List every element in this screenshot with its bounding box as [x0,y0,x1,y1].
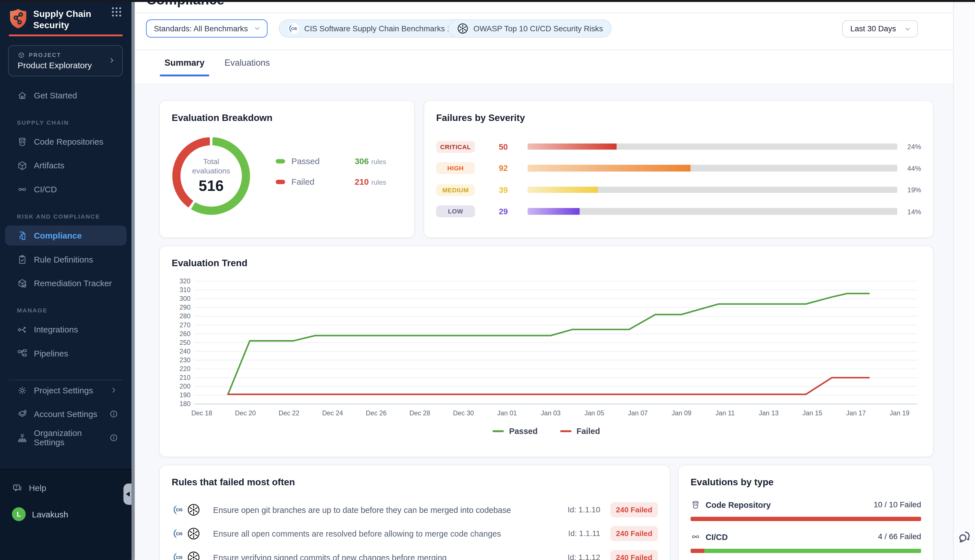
right-gutter [953,0,975,560]
sidebar-item-integrations[interactable]: Integrations [5,320,127,340]
nav-section-label: MANAGE [17,307,132,315]
app-logo-row: Supply Chain Security [9,8,123,31]
rule-benchmark-icons: CIS [172,527,204,540]
type-header: CI/CD4 / 66 Failed [691,530,921,543]
type-header: Code Repository10 / 10 Failed [691,498,921,512]
rule-text: Ensure open git branches are up to date … [213,505,511,514]
project-selector[interactable]: PROJECT Product Exploratory [8,45,123,77]
rule-text: Ensure verifying signed commits of new c… [213,553,447,560]
sidebar-item-compliance[interactable]: Compliance [5,226,127,246]
svg-text:250: 250 [179,339,190,346]
severity-badge: HIGH [436,162,475,174]
standards-filter-dropdown[interactable]: Standards: All Benchmarks [145,20,267,38]
sidebar-item-label: Remediation Tracker [34,278,112,288]
svg-text:Jan 01: Jan 01 [497,410,517,417]
brand-accent-line [9,34,123,36]
trend-legend-failed: Failed [560,427,600,436]
legend-dash [560,430,571,432]
card-evaluation-trend: Evaluation Trend 18019020021022023024025… [159,246,933,457]
svg-text:240: 240 [179,348,190,355]
severity-rows: CRITICAL5024%HIGH9244%MEDIUM3919%LOW2914… [436,140,921,226]
sidebar-item-pipelines[interactable]: Pipelines [5,343,127,363]
rule-failed-badge: 240 Failed [610,526,658,541]
code-repo-icon [17,136,28,147]
chevron-right-icon [108,57,116,65]
svg-text:Jan 19: Jan 19 [890,410,910,417]
window-top-edge [0,0,975,2]
legend-label: Passed [509,427,538,436]
date-range-dropdown[interactable]: Last 30 Days [842,20,918,38]
svg-text:230: 230 [179,357,190,364]
severity-percent: 14% [897,208,921,215]
main-content: Compliance Standards: All Benchmarks CIS… [134,0,953,560]
collapse-left-triangle-icon [125,492,129,497]
sidebar-collapse-button[interactable] [124,483,132,505]
sidebar-item-help[interactable]: ? Help [12,478,46,498]
benchmark-chip-owasp[interactable]: OWASP Top 10 CI/CD Security Risks [448,20,612,38]
type-label: Code Repository [706,500,771,510]
svg-text:210: 210 [179,374,190,381]
svg-text:Jan 07: Jan 07 [628,410,648,417]
svg-text:220: 220 [179,365,190,372]
severity-bar-fill [528,208,579,215]
card-title: Evalutions by type [691,477,773,487]
help-label: Help [29,483,46,493]
svg-text:300: 300 [179,295,190,302]
severity-count: 39 [499,185,528,194]
rule-row[interactable]: CISEnsure all open comments are resolved… [172,524,658,543]
severity-badge: MEDIUM [436,184,475,196]
chip-label: CIS Software Supply Chain Benchmarks 1.0 [304,24,458,33]
severity-count: 92 [499,163,528,173]
user-menu[interactable]: L Lavakush [12,504,68,524]
svg-text:280: 280 [179,312,190,320]
sidebar-item-account-settings[interactable]: Account Settings [5,404,127,424]
project-eyebrow-label: PROJECT [29,52,61,58]
evaluations-donut-chart: Total evaluations 516 [172,137,250,215]
severity-row-medium: MEDIUM3919% [436,183,921,197]
sidebar-item-label: Account Settings [34,409,97,418]
type-row-ci-cd: CI/CD4 / 66 Failed [691,530,921,553]
svg-text:Dec 28: Dec 28 [409,410,430,417]
sidebar-item-cicd[interactable]: CI/CD [5,179,127,199]
type-bar-segment [691,549,705,553]
sidebar-item-artifacts[interactable]: Artifacts [5,155,127,175]
rule-row[interactable]: CISEnsure verifying signed commits of ne… [172,548,658,560]
sidebar-item-code-repositories[interactable]: Code Repositories [5,132,127,152]
sidebar-item-remediation-tracker[interactable]: Remediation Tracker [5,273,127,293]
sidebar-item-rule-definitions[interactable]: Rule Definitions [5,249,127,269]
rule-row[interactable]: CISEnsure open git branches are up to da… [172,500,658,519]
shield-logo-icon [9,8,28,30]
benchmark-chip-cis[interactable]: CIS CIS Software Supply Chain Benchmarks… [279,20,467,38]
svg-text:Dec 20: Dec 20 [235,410,256,417]
rule-rows: CISEnsure open git branches are up to da… [172,500,658,560]
gear-icon [17,385,28,396]
nav-section-label: RISK AND COMPLIANCE [17,213,132,222]
sidebar-item-label: Compliance [34,231,82,240]
svg-text:290: 290 [179,304,190,311]
svg-text:Jan 05: Jan 05 [584,410,604,417]
type-rows: Code Repository10 / 10 FailedCI/CD4 / 66… [691,498,921,560]
type-bar-segment [691,517,921,521]
chevron-down-icon [253,25,261,33]
rule-failed-badge: 240 Failed [610,502,658,517]
tabs-divider [134,49,953,50]
chat-bubbles-icon[interactable] [957,529,973,545]
tab-summary[interactable]: Summary [164,58,205,77]
tab-evaluations[interactable]: Evaluations [225,58,270,77]
sidebar-item-get-started[interactable]: Get Started [5,85,127,105]
sidebar-item-organization-settings[interactable]: Organization Settings [5,428,127,448]
owasp-logo-icon [187,527,200,540]
legend-value: 306rules [355,156,386,165]
severity-count: 29 [499,207,528,216]
svg-text:?: ? [15,485,18,489]
app-switcher-grid-icon[interactable] [110,6,123,18]
sidebar-item-project-settings[interactable]: Project Settings [5,380,127,400]
severity-count: 50 [499,142,528,151]
standards-filter-value: Standards: All Benchmarks [154,24,248,33]
card-evaluation-breakdown: Evaluation Breakdown Total evaluations 5… [159,100,415,238]
info-icon [109,433,119,442]
legend-unit: rules [371,178,386,186]
svg-text:Dec 18: Dec 18 [191,410,212,417]
user-name: Lavakush [32,510,68,519]
svg-text:CIS: CIS [176,508,182,512]
